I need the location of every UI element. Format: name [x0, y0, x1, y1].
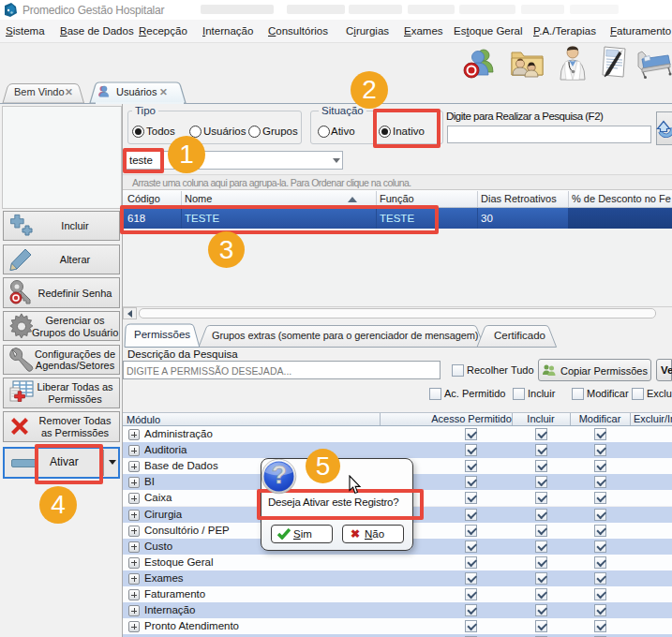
svg-text:?: ? — [272, 461, 288, 489]
